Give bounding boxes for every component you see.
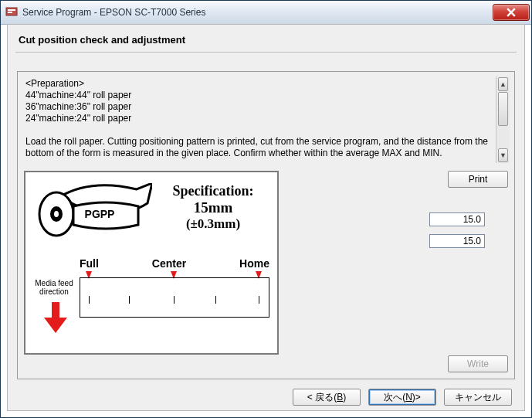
right-column: Print Write — [296, 171, 508, 372]
specification-text: Specification: 15mm (±0.3mm) — [155, 183, 271, 232]
back-button[interactable]: < 戻る(B) — [293, 389, 361, 406]
specification-diagram: PGPP Specification: 15mm (±0.3mm) Full C… — [24, 171, 279, 355]
close-icon — [507, 8, 516, 17]
service-program-window: Service Program - EPSON SC-T7000 Series … — [0, 0, 532, 418]
mark-full-label: Full — [80, 257, 99, 270]
close-button[interactable] — [493, 4, 530, 21]
media-feed-label: Media feed direction — [33, 279, 75, 296]
tick-mark — [89, 296, 90, 304]
value-input-1[interactable] — [429, 212, 485, 226]
tick-mark — [259, 296, 259, 304]
svg-point-5 — [54, 211, 59, 217]
scroll-down-arrow-icon[interactable]: ▼ — [498, 148, 508, 162]
measurement-box — [80, 277, 269, 318]
mark-home-label: Home — [239, 257, 269, 270]
wizard-footer: < 戻る(B) 次へ(N) > キャンセル — [8, 389, 524, 406]
mark-center-label: Center — [152, 257, 186, 270]
svg-rect-1 — [8, 9, 15, 11]
tick-mark — [129, 296, 130, 304]
spec-tolerance: (±0.3mm) — [155, 216, 271, 232]
tick-mark — [215, 296, 216, 304]
client-area: Cut position check and adjustment <Prepa… — [7, 24, 525, 411]
media-feed-arrow-icon — [44, 302, 67, 335]
window-title: Service Program - EPSON SC-T7000 Series — [22, 7, 493, 18]
heading-rule — [15, 52, 517, 53]
paper-roll-icon: PGPP — [36, 183, 152, 246]
spec-value: 15mm — [155, 199, 271, 216]
description-scrollbar[interactable]: ▲ ▼ — [496, 76, 510, 163]
svg-rect-2 — [8, 12, 12, 13]
titlebar: Service Program - EPSON SC-T7000 Series — [1, 1, 531, 25]
next-button[interactable]: 次へ(N) > — [368, 389, 436, 406]
svg-text:PGPP: PGPP — [85, 208, 115, 220]
content-panel: <Preparation> 44"machine:44" roll paper … — [17, 71, 515, 379]
description-box: <Preparation> 44"machine:44" roll paper … — [22, 76, 510, 163]
app-icon — [5, 6, 18, 19]
write-button[interactable]: Write — [448, 355, 508, 372]
tick-mark — [174, 296, 175, 304]
value-input-2[interactable] — [429, 234, 485, 248]
cancel-button[interactable]: キャンセル — [444, 389, 512, 406]
scroll-thumb[interactable] — [498, 92, 508, 126]
spec-title: Specification: — [155, 183, 271, 199]
description-text: <Preparation> 44"machine:44" roll paper … — [22, 76, 510, 163]
measurement-marks: Full Center Home Media feed direction — [33, 257, 269, 342]
scroll-up-arrow-icon[interactable]: ▲ — [498, 77, 508, 91]
print-button[interactable]: Print — [448, 171, 508, 188]
page-heading: Cut position check and adjustment — [8, 25, 524, 52]
